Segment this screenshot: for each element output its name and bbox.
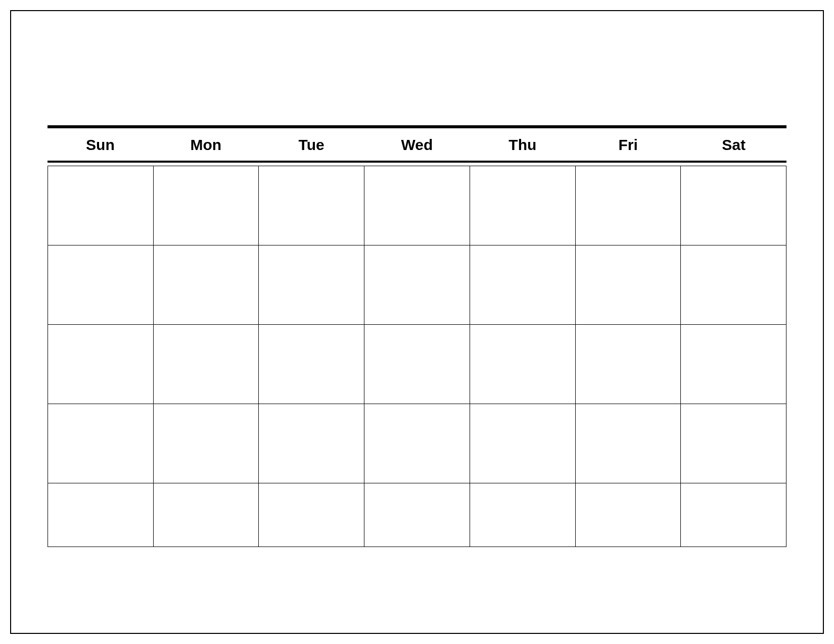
day-header-wed: Wed	[364, 136, 470, 154]
calendar-cell	[364, 325, 470, 404]
calendar-cell	[364, 483, 470, 547]
calendar-cell	[48, 166, 154, 245]
day-header-tue: Tue	[259, 136, 364, 154]
calendar-cell	[681, 325, 786, 404]
calendar-cell	[364, 245, 470, 325]
calendar: Sun Mon Tue Wed Thu Fri Sat	[48, 125, 786, 547]
header-rule-bottom	[48, 161, 786, 163]
day-header-sun: Sun	[48, 136, 153, 154]
calendar-cell	[681, 483, 786, 547]
calendar-grid	[48, 166, 786, 547]
calendar-cell	[154, 245, 259, 325]
calendar-cell	[154, 166, 259, 245]
calendar-cell	[48, 245, 154, 325]
calendar-cell	[576, 404, 681, 483]
calendar-cell	[259, 404, 364, 483]
calendar-cell	[470, 483, 576, 547]
day-header-sat: Sat	[681, 136, 786, 154]
calendar-cell	[681, 404, 786, 483]
calendar-cell	[48, 325, 154, 404]
calendar-cell	[576, 245, 681, 325]
calendar-cell	[681, 245, 786, 325]
calendar-cell	[364, 404, 470, 483]
calendar-cell	[681, 166, 786, 245]
calendar-cell	[154, 325, 259, 404]
day-header-thu: Thu	[470, 136, 575, 154]
calendar-cell	[576, 166, 681, 245]
calendar-cell	[470, 404, 576, 483]
day-header-row: Sun Mon Tue Wed Thu Fri Sat	[48, 128, 786, 161]
calendar-cell	[259, 166, 364, 245]
calendar-cell	[576, 325, 681, 404]
calendar-cell	[259, 245, 364, 325]
calendar-cell	[364, 166, 470, 245]
calendar-cell	[470, 245, 576, 325]
calendar-cell	[259, 483, 364, 547]
calendar-cell	[470, 166, 576, 245]
calendar-cell	[154, 483, 259, 547]
calendar-cell	[48, 404, 154, 483]
calendar-cell	[154, 404, 259, 483]
calendar-cell	[470, 325, 576, 404]
calendar-cell	[259, 325, 364, 404]
calendar-cell	[48, 483, 154, 547]
calendar-cell	[576, 483, 681, 547]
day-header-fri: Fri	[575, 136, 681, 154]
day-header-mon: Mon	[153, 136, 259, 154]
